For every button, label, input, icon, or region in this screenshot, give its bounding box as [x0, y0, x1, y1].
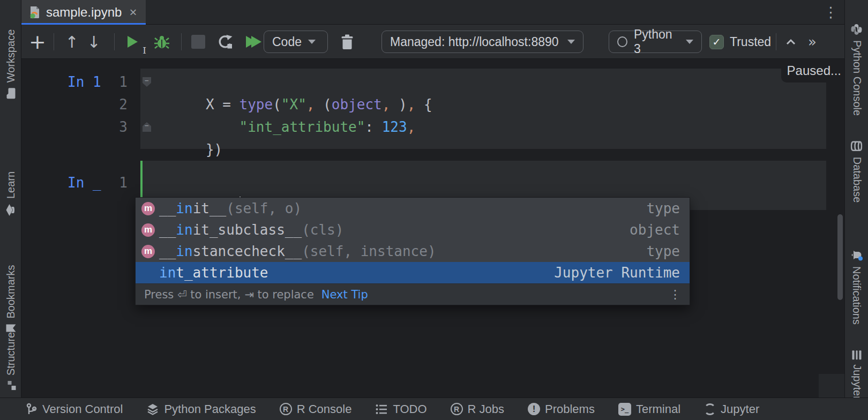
sidebar-item-database[interactable]: Database — [850, 140, 863, 203]
editor-scrollbar[interactable] — [837, 214, 843, 300]
jupyter-server-value: Managed: http://localhost:8890 — [390, 35, 559, 49]
jupyter-logo-icon — [704, 403, 716, 415]
delete-cell-button[interactable] — [336, 25, 358, 59]
sidebar-item-python-console[interactable]: Python Console — [850, 24, 863, 116]
stop-icon — [191, 35, 205, 49]
more-options-icon[interactable]: ⋮ — [824, 5, 838, 19]
code-line[interactable]: X = type("X", (object, ), { — [155, 71, 432, 93]
bookmark-icon — [5, 324, 16, 333]
chevron-down-icon — [567, 40, 575, 44]
toolwindow-label: Problems — [545, 402, 595, 416]
restart-icon — [216, 33, 234, 50]
toolwindow-python-packages[interactable]: Python Packages — [146, 402, 256, 416]
right-tool-stripe: Python Console Database Notifications Ju… — [844, 0, 868, 398]
completion-item[interactable]: m __init_subclass__(cls) object — [136, 219, 690, 241]
sidebar-item-label: Python Console — [850, 40, 863, 116]
sidebar-item-label: Bookmarks — [4, 265, 17, 318]
close-tab-icon[interactable]: × — [129, 6, 137, 19]
tab-title: sample.ipynb — [46, 5, 122, 20]
code-token: }) — [206, 141, 222, 158]
sidebar-item-workspace[interactable]: Workspace — [4, 29, 17, 100]
sidebar-item-learn[interactable]: Learn — [4, 171, 17, 216]
play-icon — [128, 36, 138, 48]
run-cell-button[interactable]: I — [121, 25, 144, 59]
sidebar-item-notifications[interactable]: Notifications — [850, 249, 863, 325]
code-token: 123 — [382, 119, 407, 135]
line-number: 3 — [96, 116, 128, 138]
cell-type-value: Code — [272, 35, 302, 49]
left-tool-stripe: Workspace Learn Bookmarks Structure — [0, 0, 21, 398]
cursor-icon: I — [143, 45, 146, 56]
completion-tail-type: object — [630, 222, 680, 238]
notebook-editor[interactable]: Paused... In 1 1 2 3 − − X = type("X", (… — [21, 59, 844, 398]
completion-item[interactable]: m __init__(self, o) type — [136, 198, 690, 219]
toolwindow-terminal[interactable]: >_ Terminal — [618, 402, 680, 416]
next-tip-link[interactable]: Next Tip — [321, 288, 368, 301]
stop-kernel-button[interactable] — [188, 25, 209, 59]
packages-layers-icon — [146, 403, 159, 416]
kernel-paused-badge: Paused... — [781, 59, 844, 82]
toolwindow-r-jobs[interactable]: R R Jobs — [451, 402, 504, 416]
completion-more-icon[interactable]: ⋮ — [669, 289, 681, 301]
sidebar-item-label: Database — [850, 157, 863, 203]
toolwindow-jupyter[interactable]: Jupyter — [704, 402, 759, 416]
toolbar-divider — [114, 33, 115, 50]
trusted-checkbox-group[interactable]: ✓ Trusted — [709, 25, 771, 59]
completion-tail-type: Jupyter Runtime — [554, 265, 680, 281]
trusted-label: Trusted — [730, 35, 771, 49]
toolwindow-label: Version Control — [42, 402, 123, 416]
code-line[interactable]: X.in — [155, 171, 241, 194]
completion-name: __init_subclass__(cls) — [159, 222, 343, 238]
collapse-toolbar-button[interactable] — [781, 25, 800, 59]
completion-name: __instancecheck__(self, instance) — [159, 243, 436, 259]
more-toolbar-actions-button[interactable]: » — [803, 25, 822, 59]
add-cell-button[interactable]: + — [27, 25, 48, 59]
method-icon: m — [141, 223, 155, 237]
sidebar-item-label: Jupyter — [850, 364, 863, 400]
bug-icon — [154, 34, 170, 50]
ide-window: Workspace Learn Bookmarks Structure — [0, 0, 868, 420]
code-token: : — [365, 119, 381, 135]
jupyter-server-dropdown[interactable]: Managed: http://localhost:8890 — [381, 31, 583, 53]
code-completion-popup: m __init__(self, o) type m __init_subcla… — [135, 197, 690, 305]
python-logo-icon — [851, 24, 863, 35]
sidebar-item-label: Structure — [4, 332, 17, 376]
sidebar-item-jupyter[interactable]: Jupyter — [850, 350, 863, 400]
graduation-cap-icon — [5, 204, 16, 216]
move-cell-up-button[interactable]: ↑ — [61, 25, 83, 59]
chevron-up-icon — [786, 39, 796, 45]
toolwindow-label: Terminal — [636, 402, 680, 416]
code-token: { — [415, 96, 432, 112]
toolwindow-version-control[interactable]: Version Control — [26, 402, 123, 416]
debug-cell-button[interactable] — [150, 25, 174, 59]
kernel-status-icon — [617, 36, 627, 47]
trusted-checkbox[interactable]: ✓ — [709, 35, 724, 49]
sidebar-item-structure[interactable]: Structure — [4, 332, 17, 391]
terminal-icon: >_ — [618, 403, 631, 416]
toolwindow-todo[interactable]: TODO — [375, 402, 426, 416]
problems-icon: ! — [528, 403, 540, 415]
kernel-value: Python 3 — [634, 27, 679, 56]
code-line[interactable]: }) — [155, 116, 222, 138]
database-icon — [851, 140, 863, 152]
toolwindow-problems[interactable]: ! Problems — [528, 402, 595, 416]
toolwindow-r-console[interactable]: R R Console — [280, 402, 352, 416]
sidebar-item-label: Workspace — [4, 29, 17, 83]
code-line[interactable]: "int_attribute": 123, — [155, 93, 415, 116]
tab-sample-ipynb[interactable]: sample.ipynb × — [21, 0, 146, 25]
move-cell-down-button[interactable]: ↓ — [83, 25, 104, 59]
completion-item[interactable]: m __instancecheck__(self, instance) type — [136, 241, 690, 262]
run-all-cells-button[interactable] — [240, 25, 267, 59]
completion-item-selected[interactable]: int_attribute Jupyter Runtime — [136, 262, 690, 283]
chevron-down-icon — [686, 40, 693, 44]
r-jobs-icon: R — [451, 403, 463, 415]
folder-icon — [5, 87, 16, 99]
sidebar-item-bookmarks[interactable]: Bookmarks — [4, 265, 17, 333]
method-icon: m — [141, 245, 155, 258]
structure-icon — [5, 380, 16, 391]
kernel-dropdown[interactable]: Python 3 — [609, 31, 702, 53]
cell-type-dropdown[interactable]: Code — [264, 31, 328, 53]
bell-icon — [850, 249, 863, 261]
toolwindow-label: TODO — [393, 402, 426, 416]
restart-kernel-button[interactable] — [213, 25, 237, 59]
